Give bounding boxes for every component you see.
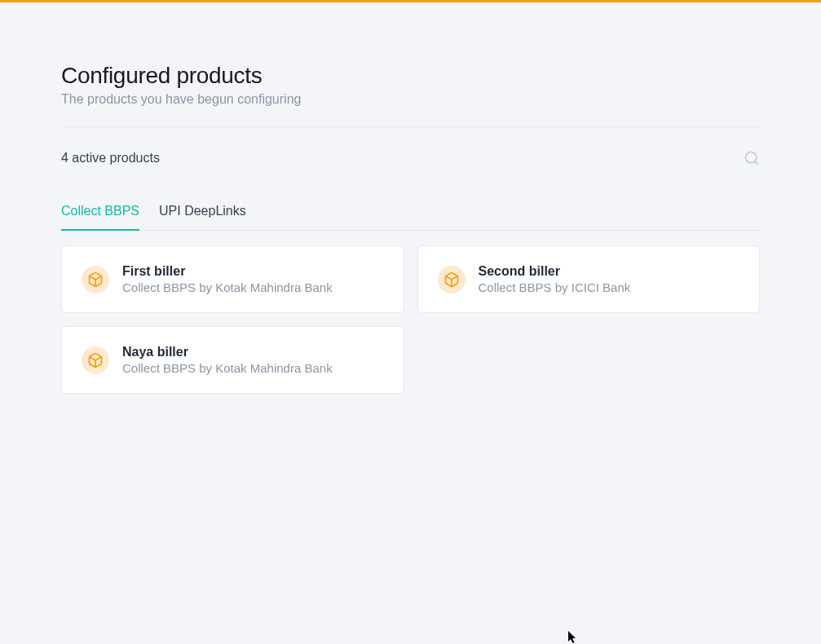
box-icon <box>82 346 109 374</box>
card-title: Second biller <box>479 264 631 279</box>
search-icon[interactable] <box>744 150 760 166</box>
product-card[interactable]: Naya biller Collect BBPS by Kotak Mahind… <box>61 326 404 394</box>
product-card[interactable]: First biller Collect BBPS by Kotak Mahin… <box>61 245 404 313</box>
card-subtitle: Collect BBPS by Kotak Mahindra Bank <box>122 361 333 375</box>
header-divider <box>61 126 760 127</box>
box-icon <box>82 266 109 293</box>
product-cards-grid: First biller Collect BBPS by Kotak Mahin… <box>61 245 760 394</box>
card-content: Naya biller Collect BBPS by Kotak Mahind… <box>122 345 333 375</box>
tab-collect-bbps[interactable]: Collect BBPS <box>61 204 139 230</box>
page-title: Configured products <box>61 63 760 89</box>
svg-line-1 <box>755 161 758 165</box>
box-icon <box>438 266 466 293</box>
active-products-count: 4 active products <box>61 151 160 165</box>
card-subtitle: Collect BBPS by Kotak Mahindra Bank <box>122 280 333 294</box>
main-container: Configured products The products you hav… <box>0 2 821 394</box>
status-row: 4 active products <box>61 150 760 166</box>
page-subtitle: The products you have begun configuring <box>61 92 760 107</box>
card-content: Second biller Collect BBPS by ICICI Bank <box>479 264 631 294</box>
tab-upi-deeplinks[interactable]: UPI DeepLinks <box>159 204 246 230</box>
card-content: First biller Collect BBPS by Kotak Mahin… <box>122 264 333 294</box>
card-subtitle: Collect BBPS by ICICI Bank <box>479 280 631 294</box>
tabs: Collect BBPS UPI DeepLinks <box>61 204 760 231</box>
product-card[interactable]: Second biller Collect BBPS by ICICI Bank <box>417 245 761 313</box>
card-title: Naya biller <box>122 345 333 359</box>
cursor-icon <box>568 631 578 644</box>
card-title: First biller <box>122 264 333 279</box>
